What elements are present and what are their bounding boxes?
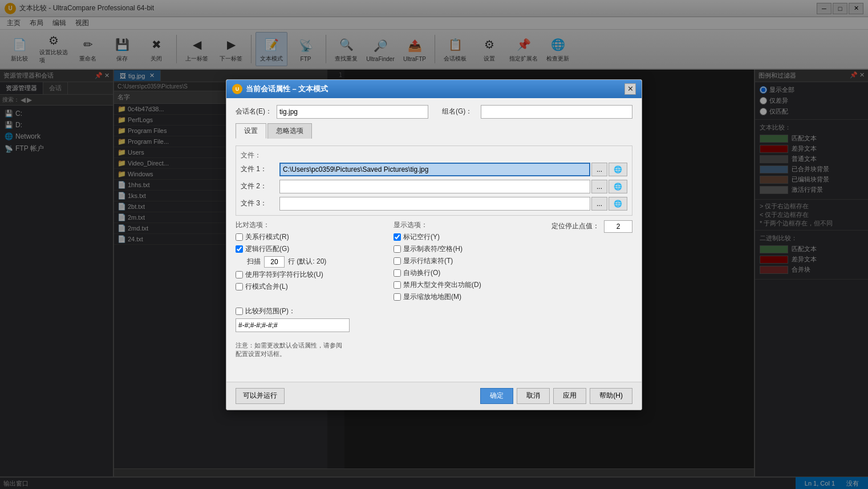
ok-button[interactable]: 确定 [480,388,513,404]
locate-label: 定位停止点值： [551,221,599,231]
tab-settings[interactable]: 设置 [236,123,266,139]
file3-browse-button[interactable]: ... [591,197,607,211]
checkbox-disable-large-file[interactable]: 禁用大型文件突出功能(D) [394,280,542,290]
compare-range-input[interactable] [236,318,350,332]
dialog-title-bar: U 当前会话属性 – 文本模式 ✕ [226,80,642,98]
file3-row: 文件 3： ... 🌐 [241,197,627,211]
session-name-label: 会话名(E)： [236,107,272,116]
options-section: 比对选项： 关系行模式(R) 逻辑行匹配(G) 扫描 行 (默认: 20) 使用… [236,220,632,302]
file3-remote-button[interactable]: 🌐 [609,197,627,211]
file1-row: 文件 1： ... 🌐 [241,163,627,176]
compare-range-section: 比较列范围(P)： [236,306,632,332]
session-name-row: 会话名(E)： 组名(G)： [236,105,632,119]
dialog-overlay: U 当前会话属性 – 文本模式 ✕ 会话名(E)： 组名(G)： 设置 忽略选项… [0,0,868,489]
file2-input[interactable] [279,180,590,193]
cancel-button[interactable]: 取消 [517,388,550,404]
file3-input[interactable] [279,197,590,211]
scan-row: 扫描 行 (默认: 20) [247,256,384,268]
file1-browse-button[interactable]: ... [591,163,607,176]
file2-row: 文件 2： ... 🌐 [241,180,627,193]
group-label: 组名(G)： [442,107,476,116]
scan-input[interactable] [264,256,285,268]
tab-ignore-options[interactable]: 忽略选项 [267,123,312,139]
checkbox-show-line-end[interactable]: 显示行结束符(T) [394,256,542,266]
checkbox-auto-wrap[interactable]: 自动换行(O) [394,268,542,278]
dialog-close-button[interactable]: ✕ [624,83,636,95]
locate-input[interactable] [604,220,632,233]
session-properties-dialog: U 当前会话属性 – 文本模式 ✕ 会话名(E)： 组名(G)： 设置 忽略选项… [226,79,642,410]
dialog-footer: 可以并运行 确定 取消 应用 帮助(H) [226,382,642,410]
dialog-logo: U [232,84,242,94]
session-name-input[interactable] [277,105,428,119]
checkbox-related-row-mode[interactable]: 关系行模式(R) [236,232,384,242]
file2-label: 文件 2： [241,181,275,191]
help-button[interactable]: 帮助(H) [590,388,632,404]
run-button[interactable]: 可以并运行 [236,388,285,404]
locate-section: 定位停止点值： [551,220,632,302]
checkbox-char-compare[interactable]: 使用字符到字符行比较(U) [236,270,384,280]
group-input[interactable] [481,105,632,119]
file1-input[interactable] [279,163,590,176]
dialog-note: 注意：如需更改默认会话属性，请参阅 配置设置对话框。 [236,341,632,358]
dialog-body: 会话名(E)： 组名(G)： 设置 忽略选项 文件： 文件 1： ... [226,98,642,382]
checkbox-logical-match[interactable]: 逻辑行匹配(G) [236,244,384,254]
dialog-tab-bar: 设置 忽略选项 [236,123,632,139]
file1-label: 文件 1： [241,164,275,174]
locate-row: 定位停止点值： [551,220,632,233]
file2-remote-button[interactable]: 🌐 [609,180,627,193]
file3-label: 文件 3： [241,199,275,208]
file2-browse-button[interactable]: ... [591,180,607,193]
compare-options-section: 比对选项： 关系行模式(R) 逻辑行匹配(G) 扫描 行 (默认: 20) 使用… [236,220,384,302]
checkbox-mark-blank[interactable]: 标记空行(Y) [394,232,542,242]
file1-remote-button[interactable]: 🌐 [609,163,627,176]
checkbox-compare-range[interactable]: 比较列范围(P)： [236,306,632,316]
checkbox-show-tabs[interactable]: 显示制表符/空格(H) [394,244,542,254]
dialog-title: 当前会话属性 – 文本模式 [246,84,328,94]
checkbox-show-minimap[interactable]: 显示缩放地地图(M) [394,292,542,302]
checkbox-line-merge[interactable]: 行模式合并(L) [236,282,384,292]
apply-button[interactable]: 应用 [553,388,586,404]
display-options-section: 显示选项： 标记空行(Y) 显示制表符/空格(H) 显示行结束符(T) 自动换行… [394,220,542,302]
files-section: 文件： 文件 1： ... 🌐 文件 2： ... � [236,146,632,216]
